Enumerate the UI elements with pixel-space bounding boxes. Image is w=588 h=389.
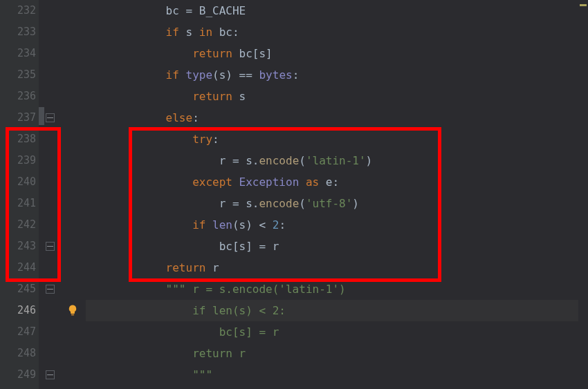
fold-toggle[interactable] [46, 370, 55, 379]
token-kw: return [192, 47, 232, 60]
line-number[interactable]: 248 [7, 343, 36, 364]
token-whitespace [86, 4, 166, 17]
token-name: s [219, 68, 226, 82]
current-line-gutter-highlight [39, 300, 44, 321]
token-name: s [186, 26, 199, 39]
token-kw: in [199, 26, 212, 39]
token-whitespace [86, 218, 192, 231]
line-number[interactable]: 235 [7, 64, 36, 86]
fold-toggle[interactable] [46, 113, 55, 122]
code-line[interactable]: """ r = s.encode('latin-1') [86, 278, 588, 300]
token-name: e [326, 175, 333, 189]
line-number-column[interactable]: 2322332342352362372382392402412422432442… [0, 0, 39, 389]
token-name: r [219, 154, 232, 167]
line-number[interactable]: 237 [7, 107, 36, 129]
line-number[interactable]: 241 [7, 193, 36, 214]
scrollbar[interactable] [578, 0, 588, 389]
scrollbar-warning-mark[interactable] [580, 4, 587, 6]
token-whitespace [86, 325, 219, 339]
token-op: < [259, 218, 272, 231]
line-number[interactable]: 243 [7, 236, 36, 257]
token-op: : [293, 68, 300, 82]
token-op: : [232, 26, 239, 39]
code-line[interactable]: return s [86, 86, 588, 107]
token-op: [ [232, 240, 239, 253]
token-name: s [239, 90, 246, 103]
line-number[interactable]: 236 [7, 86, 36, 107]
token-name: s [246, 154, 252, 167]
token-func: encode [259, 154, 299, 167]
code-line[interactable]: if s in bc: [86, 21, 588, 43]
fold-toggle[interactable] [46, 285, 55, 294]
code-line[interactable]: try: [86, 129, 588, 150]
code-editor[interactable]: 2322332342352362372382392402412422432442… [0, 0, 588, 389]
token-name: bc [239, 47, 252, 60]
token-op: ( [232, 218, 239, 231]
fold-column[interactable] [44, 0, 61, 389]
code-line[interactable]: if type(s) == bytes: [86, 64, 588, 86]
code-area[interactable]: bc = B_CACHE if s in bc: return bc[s] if… [86, 0, 588, 389]
breakpoint-column[interactable] [39, 0, 44, 389]
current-line-gutter-highlight [44, 300, 61, 321]
token-op: ) [366, 154, 373, 167]
token-whitespace [86, 154, 219, 167]
token-whitespace [86, 283, 166, 296]
token-kw: as [306, 175, 319, 189]
code-line[interactable]: """ [86, 364, 588, 386]
lightbulb-icon[interactable] [66, 304, 79, 316]
code-line[interactable]: else: [86, 107, 588, 129]
token-builtin: bytes [259, 68, 292, 82]
token-whitespace [205, 261, 212, 274]
token-cmt: """ [192, 368, 212, 381]
code-line[interactable]: return r [86, 257, 588, 278]
token-whitespace [205, 218, 212, 231]
line-number[interactable]: 239 [7, 150, 36, 171]
token-whitespace [232, 175, 239, 189]
token-whitespace [299, 175, 306, 189]
code-line[interactable]: if len(s) < 2: [86, 300, 588, 321]
token-str: 'latin-1' [306, 154, 366, 167]
line-number[interactable]: 246 [7, 300, 36, 321]
token-whitespace [86, 26, 166, 39]
code-line[interactable]: r = s.encode('latin-1') [86, 150, 588, 171]
token-op: : [212, 133, 219, 146]
token-whitespace [86, 347, 192, 360]
token-kw: else [166, 111, 193, 124]
line-number[interactable]: 244 [7, 257, 36, 278]
token-num: 2 [273, 218, 279, 231]
code-line[interactable]: r = s.encode('utf-8') [86, 193, 588, 214]
token-op: = [186, 4, 199, 17]
line-number[interactable]: 245 [7, 278, 36, 300]
code-line[interactable]: return bc[s] [86, 43, 588, 64]
token-kw: return [192, 90, 232, 103]
code-line[interactable]: bc[s] = r [86, 321, 588, 343]
line-number[interactable]: 249 [7, 364, 36, 386]
token-op: : [279, 218, 286, 231]
code-line[interactable]: bc = B_CACHE [86, 0, 588, 21]
line-number[interactable]: 247 [7, 321, 36, 343]
annotation-column [61, 0, 86, 389]
fold-toggle[interactable] [46, 242, 55, 251]
line-number[interactable]: 242 [7, 214, 36, 236]
token-cmt: bc[s] = r [219, 325, 279, 339]
token-whitespace [232, 47, 239, 60]
token-whitespace [212, 26, 219, 39]
token-name: bc [166, 4, 186, 17]
code-line[interactable]: if len(s) < 2: [86, 214, 588, 236]
fold-range-indicator [39, 107, 44, 125]
token-cmt: """ r = s.encode('latin-1') [166, 283, 346, 296]
code-line[interactable]: bc[s] = r [86, 236, 588, 257]
token-op: ( [212, 68, 219, 82]
token-kw: return [166, 261, 206, 274]
line-number[interactable]: 240 [7, 171, 36, 193]
line-number[interactable]: 233 [7, 21, 36, 43]
code-line[interactable]: return r [86, 343, 588, 364]
code-line[interactable]: except Exception as e: [86, 171, 588, 193]
token-whitespace [86, 240, 219, 253]
token-kw: if [192, 218, 205, 231]
token-op: = [259, 240, 272, 253]
token-op: ) [226, 68, 239, 82]
line-number[interactable]: 232 [7, 0, 36, 21]
line-number[interactable]: 234 [7, 43, 36, 64]
line-number[interactable]: 238 [7, 129, 36, 150]
